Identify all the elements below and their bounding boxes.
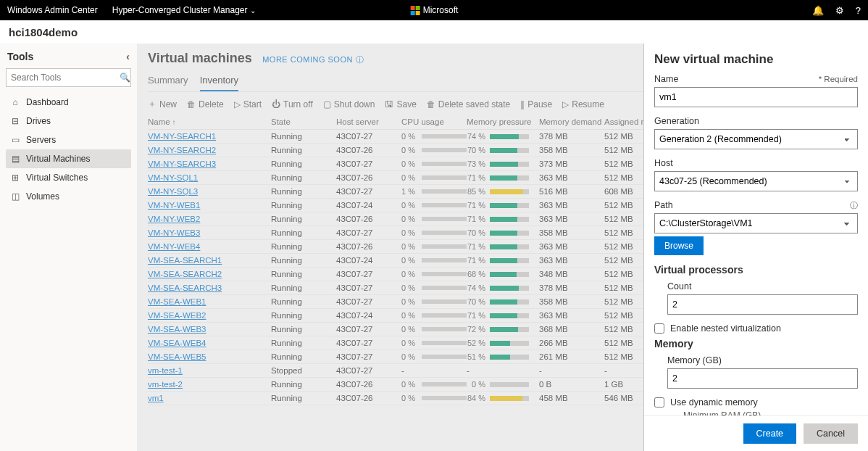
vm-link[interactable]: VM-NY-SEARCH2: [148, 146, 271, 154]
vm-link[interactable]: VM-SEA-WEB1: [148, 297, 271, 306]
vm-state: Stopped: [271, 366, 336, 375]
dynamic-memory-checkbox[interactable]: Use dynamic memory: [654, 397, 858, 407]
cmd-save[interactable]: 🖫Save: [385, 99, 416, 109]
more-coming-link[interactable]: MORE COMING SOON ⓘ: [262, 54, 364, 65]
help-icon[interactable]: ?: [856, 5, 861, 16]
cluster-title: hci1804demo: [0, 20, 868, 44]
vm-link[interactable]: VM-NY-SEARCH3: [148, 160, 271, 168]
col-memdemand[interactable]: Memory demand: [539, 117, 604, 126]
vm-link[interactable]: VM-NY-WEB2: [148, 215, 271, 223]
vm-mempress: 85 %: [467, 187, 539, 196]
vm-link[interactable]: VM-SEA-WEB3: [148, 325, 271, 334]
col-cpu[interactable]: CPU usage: [401, 117, 467, 126]
nested-virt-checkbox[interactable]: Enable nested virtualization: [654, 323, 858, 334]
cmd-resume[interactable]: ▷Resume: [562, 99, 604, 109]
generation-select[interactable]: Generation 2 (Recommended): [654, 129, 858, 149]
vm-link[interactable]: VM-NY-WEB4: [148, 242, 271, 251]
vm-cpu: 0 %: [401, 228, 467, 237]
cmd-icon: 🖫: [385, 99, 393, 109]
sidebar-item-drives[interactable]: ⊟Drives: [6, 112, 131, 131]
vm-host: 43C07-27: [336, 228, 401, 237]
col-state[interactable]: State: [271, 117, 336, 126]
cmd-new[interactable]: ＋New: [148, 98, 177, 110]
nested-virt-input[interactable]: [654, 323, 664, 334]
vm-state: Running: [271, 201, 336, 210]
tab-inventory[interactable]: Inventory: [200, 72, 238, 91]
vm-cpu: 0 %: [401, 242, 467, 251]
cmd-start[interactable]: ▷Start: [234, 99, 262, 109]
vm-host: 43C07-26: [336, 146, 401, 154]
collapse-sidebar-icon[interactable]: ‹: [126, 51, 130, 62]
sidebar-item-virtual-switches[interactable]: ⊞Virtual Switches: [6, 168, 131, 187]
vm-link[interactable]: VM-NY-WEB1: [148, 201, 271, 210]
vm-link[interactable]: VM-SEA-SEARCH3: [148, 284, 271, 292]
tools-search-input[interactable]: [11, 73, 120, 83]
vm-cpu: 0 %: [401, 311, 467, 320]
cmd-delete-saved-state[interactable]: 🗑Delete saved state: [427, 99, 510, 109]
sidebar-item-virtual-machines[interactable]: ▤Virtual Machines: [6, 149, 131, 168]
vm-link[interactable]: vm-test-1: [148, 366, 271, 375]
cmd-turn-off[interactable]: ⏻Turn off: [272, 99, 313, 109]
info-icon[interactable]: ⓘ: [850, 200, 858, 211]
col-host[interactable]: Host server: [336, 117, 401, 126]
vm-memdemand: 358 MB: [539, 297, 604, 306]
sidebar-item-servers[interactable]: ▭Servers: [6, 131, 131, 149]
vm-memdemand: 378 MB: [539, 284, 604, 292]
vproc-count-input[interactable]: [667, 294, 858, 315]
tools-search[interactable]: 🔍: [6, 68, 131, 87]
vm-state: Running: [271, 187, 336, 196]
memory-heading: Memory: [654, 338, 858, 349]
vm-mempress: 72 %: [467, 325, 539, 334]
tab-summary[interactable]: Summary: [148, 72, 188, 91]
col-mempress[interactable]: Memory pressure: [467, 117, 539, 126]
create-button[interactable]: Create: [743, 423, 797, 444]
sidebar-item-label: Drives: [26, 116, 51, 126]
vm-link[interactable]: VM-NY-SEARCH1: [148, 132, 271, 141]
vm-link[interactable]: VM-SEA-WEB5: [148, 352, 271, 361]
path-select[interactable]: C:\ClusterStorage\VM1: [654, 213, 858, 233]
vm-host: 43C07-26: [336, 394, 401, 402]
vm-cpu: 0 %: [401, 256, 467, 265]
context-picker[interactable]: Hyper-Converged Cluster Manager⌄: [112, 5, 256, 15]
vm-state: Running: [271, 146, 336, 154]
sidebar-item-volumes[interactable]: ◫Volumes: [6, 187, 131, 206]
vm-link[interactable]: vm1: [148, 394, 271, 402]
notifications-icon[interactable]: 🔔: [812, 5, 824, 16]
vm-state: Running: [271, 394, 336, 402]
vm-name-input[interactable]: [654, 87, 858, 107]
cancel-button[interactable]: Cancel: [804, 423, 858, 444]
vm-link[interactable]: VM-SEA-WEB4: [148, 339, 271, 347]
dynamic-memory-input[interactable]: [654, 397, 664, 407]
path-label: Path: [654, 200, 673, 210]
vm-link[interactable]: VM-SEA-SEARCH2: [148, 270, 271, 278]
vm-link[interactable]: vm-test-2: [148, 380, 271, 389]
memory-gb-input[interactable]: [667, 368, 858, 389]
vm-mempress: 70 %: [467, 228, 539, 237]
vm-link[interactable]: VM-NY-WEB3: [148, 228, 271, 237]
app-name[interactable]: Windows Admin Center: [7, 5, 98, 15]
vm-link[interactable]: VM-SEA-WEB2: [148, 311, 271, 320]
vm-link[interactable]: VM-NY-SQL3: [148, 187, 271, 196]
vm-cpu: 0 %: [401, 325, 467, 334]
cmd-icon: ＋: [148, 98, 157, 110]
vm-state: Running: [271, 173, 336, 182]
vm-link[interactable]: VM-SEA-SEARCH1: [148, 256, 271, 265]
cmd-pause[interactable]: ‖Pause: [520, 99, 552, 109]
microsoft-logo-icon: [410, 5, 420, 15]
vm-mempress: 51 %: [467, 352, 539, 361]
settings-icon[interactable]: ⚙: [835, 5, 844, 16]
vm-host: 43C07-24: [336, 256, 401, 265]
vm-state: Running: [271, 215, 336, 223]
cmd-delete[interactable]: 🗑Delete: [187, 99, 224, 109]
browse-button[interactable]: Browse: [654, 236, 704, 255]
vm-link[interactable]: VM-NY-SQL1: [148, 173, 271, 182]
host-select[interactable]: 43c07-25 (Recommended): [654, 171, 858, 191]
vm-host: 43C07-27: [336, 132, 401, 141]
vm-mempress: 71 %: [467, 256, 539, 265]
cmd-shut-down[interactable]: ▢Shut down: [323, 99, 375, 109]
col-name[interactable]: Name: [148, 117, 271, 126]
sidebar-item-dashboard[interactable]: ⌂Dashboard: [6, 93, 131, 112]
memory-gb-label: Memory (GB): [667, 355, 858, 365]
top-bar: Windows Admin Center Hyper-Converged Clu…: [0, 0, 868, 20]
vm-state: Running: [271, 242, 336, 251]
